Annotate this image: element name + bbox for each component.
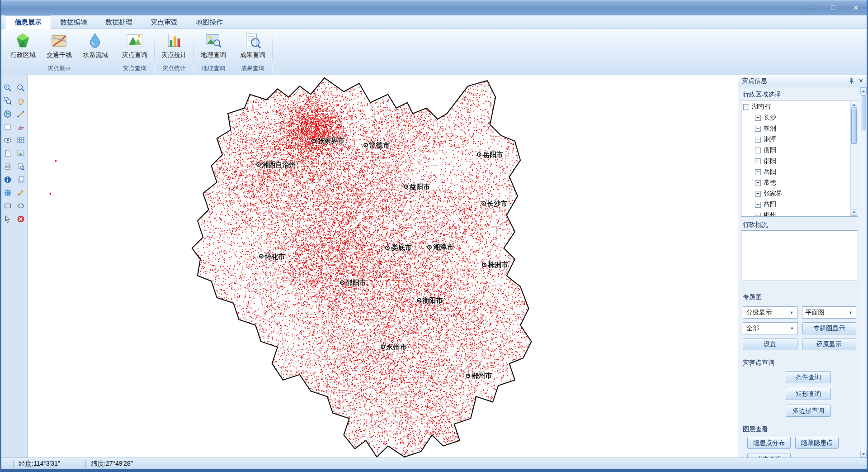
region-button[interactable]: 行政区域 bbox=[5, 30, 41, 63]
expand-icon[interactable]: + bbox=[755, 158, 761, 164]
overview-layers-icon bbox=[17, 176, 25, 184]
ribbon-tab[interactable]: 灾点审查 bbox=[142, 16, 187, 29]
disaster-stat-icon bbox=[165, 32, 183, 49]
tree-scrollbar[interactable] bbox=[850, 101, 857, 216]
print-icon bbox=[4, 162, 12, 171]
attribute-table-tool-button[interactable] bbox=[15, 134, 27, 146]
tree-node[interactable]: +湘潭 bbox=[743, 134, 849, 145]
tree-node[interactable]: +衡阳 bbox=[743, 145, 849, 156]
identify-tool-button[interactable] bbox=[2, 134, 14, 146]
disaster-query-button[interactable]: 条件查询 bbox=[786, 371, 831, 383]
scroll-up-icon[interactable] bbox=[851, 101, 857, 108]
print-tool-button[interactable] bbox=[2, 160, 14, 172]
minimize-button[interactable]: — bbox=[806, 4, 815, 12]
tree-node-root[interactable]: −湖南省 bbox=[743, 101, 849, 112]
expand-icon[interactable]: + bbox=[755, 148, 761, 153]
restore-display-button[interactable]: 还原显示 bbox=[802, 338, 857, 350]
ribbon-tab[interactable]: 地图操作 bbox=[187, 16, 232, 29]
thematic-row-3: 设置 还原显示 bbox=[743, 338, 856, 350]
expand-icon[interactable]: + bbox=[755, 202, 761, 208]
select-arrow-tool-button[interactable] bbox=[2, 213, 14, 225]
ribbon-button-label: 成果查询 bbox=[240, 51, 265, 59]
info-tool-button[interactable] bbox=[2, 173, 14, 186]
region-tree: −湖南省+长沙+株洲+湘潭+衡阳+邵阳+岳阳+常德+张家界+益阳+郴州 bbox=[743, 101, 849, 217]
tree-node[interactable]: +益阳 bbox=[743, 199, 849, 210]
measure-line-tool-button[interactable] bbox=[15, 108, 27, 120]
scroll-down-icon[interactable] bbox=[860, 451, 867, 458]
panel-scrollbar[interactable] bbox=[860, 87, 867, 458]
tree-node[interactable]: +株洲 bbox=[743, 123, 849, 134]
scroll-thumb[interactable] bbox=[851, 109, 857, 144]
panel-body: 行政区域选择 −湖南省+长沙+株洲+湘潭+衡阳+邵阳+岳阳+常德+张家界+益阳+… bbox=[738, 87, 867, 458]
document-tool-button[interactable] bbox=[2, 147, 14, 159]
tree-node[interactable]: +长沙 bbox=[743, 112, 849, 123]
expand-icon[interactable]: + bbox=[755, 126, 761, 132]
zoom-out-tool-button[interactable] bbox=[15, 81, 27, 94]
sketch-tool-button[interactable] bbox=[15, 186, 27, 199]
expand-icon[interactable]: + bbox=[755, 115, 761, 121]
group-separator bbox=[115, 32, 115, 73]
overview-title: 行政概况 bbox=[741, 219, 858, 230]
expand-icon[interactable]: + bbox=[755, 213, 761, 217]
map-canvas[interactable] bbox=[28, 75, 738, 458]
panel-close-icon[interactable]: × bbox=[859, 77, 863, 85]
layer-view-button[interactable]: 点击查询 bbox=[747, 453, 791, 458]
tree-node[interactable]: +张家界 bbox=[743, 188, 849, 199]
thematic-row-1: 分级显示 ▼ 平面图 ▼ bbox=[743, 306, 856, 319]
expand-icon[interactable]: + bbox=[755, 169, 761, 175]
ribbon-tab[interactable]: 信息展示 bbox=[5, 15, 51, 29]
rectangle-tool-tool-button[interactable] bbox=[2, 200, 14, 212]
pin-icon[interactable] bbox=[849, 78, 854, 84]
water-button[interactable]: 水系流域 bbox=[77, 30, 113, 63]
map-area[interactable]: 张家界市常德市岳阳市湘西自治州益阳市长沙市娄底市湘潭市株洲市怀化市邵阳市衡阳市永… bbox=[28, 75, 738, 458]
expand-icon[interactable]: + bbox=[755, 191, 761, 197]
result-query-button[interactable]: 成果查询 bbox=[235, 30, 271, 63]
geo-query-button[interactable]: 地理查询 bbox=[195, 30, 231, 63]
sketch-icon bbox=[17, 189, 25, 197]
zoom-window-tool-button[interactable] bbox=[2, 95, 14, 107]
ribbon-tab[interactable]: 数据编辑 bbox=[51, 16, 96, 29]
grade-display-select[interactable]: 分级显示 ▼ bbox=[743, 306, 797, 319]
settings-button[interactable]: 设置 bbox=[743, 338, 797, 350]
scroll-down-icon[interactable] bbox=[851, 209, 857, 216]
layer-view-button[interactable]: 隐藏隐患点 bbox=[795, 437, 839, 449]
overview-textarea[interactable] bbox=[741, 230, 858, 281]
scroll-up-icon[interactable] bbox=[860, 87, 867, 94]
delete-tool-button[interactable] bbox=[15, 213, 27, 225]
ribbon-button-label: 水系流域 bbox=[83, 51, 108, 59]
zoom-in-tool-button[interactable] bbox=[2, 81, 14, 94]
ribbon-tab[interactable]: 数据处理 bbox=[96, 16, 142, 29]
circle-tool-tool-button[interactable] bbox=[15, 200, 27, 212]
expand-icon[interactable]: + bbox=[755, 137, 761, 143]
disaster-query-button[interactable]: 灾点查询 bbox=[117, 30, 153, 63]
expand-icon[interactable]: + bbox=[755, 180, 761, 186]
select-box-tool-button[interactable] bbox=[2, 121, 14, 133]
disaster-stat-button[interactable]: 灾点统计 bbox=[156, 30, 192, 63]
pan-icon bbox=[17, 97, 25, 105]
all-scope-select[interactable]: 全部 ▼ bbox=[743, 322, 798, 334]
tree-node-label: 张家界 bbox=[764, 190, 783, 198]
collapse-icon[interactable]: − bbox=[743, 104, 749, 110]
tree-node[interactable]: +岳阳 bbox=[743, 167, 849, 177]
scroll-thumb[interactable] bbox=[861, 95, 866, 130]
disaster-query-button[interactable]: 矩形查询 bbox=[786, 388, 831, 400]
print-preview-icon bbox=[17, 162, 25, 171]
tree-node[interactable]: +邵阳 bbox=[743, 156, 849, 167]
disaster-query-button[interactable]: 多边形查询 bbox=[786, 405, 831, 417]
plan-view-select[interactable]: 平面图 ▼ bbox=[802, 306, 857, 319]
main-area: 张家界市常德市岳阳市湘西自治州益阳市长沙市娄底市湘潭市株洲市怀化市邵阳市衡阳市永… bbox=[1, 75, 867, 458]
layer-view-button[interactable]: 隐患点分布 bbox=[747, 437, 791, 449]
eraser-tool-button[interactable] bbox=[15, 121, 27, 133]
tree-node[interactable]: +常德 bbox=[743, 177, 849, 188]
print-preview-tool-button[interactable] bbox=[15, 160, 27, 172]
overview-layers-tool-button[interactable] bbox=[15, 173, 27, 186]
tree-node[interactable]: +郴州 bbox=[743, 210, 849, 217]
globe-tool-button[interactable] bbox=[2, 186, 14, 199]
traffic-button[interactable]: 交通干线 bbox=[41, 30, 77, 63]
close-button[interactable]: ✕ bbox=[851, 4, 860, 12]
maximize-button[interactable]: □ bbox=[829, 4, 838, 12]
full-extent-tool-button[interactable] bbox=[2, 108, 14, 120]
pan-tool-button[interactable] bbox=[15, 95, 27, 107]
image-map-tool-button[interactable] bbox=[15, 147, 27, 159]
show-thematic-button[interactable]: 专题图显示 bbox=[802, 322, 857, 334]
